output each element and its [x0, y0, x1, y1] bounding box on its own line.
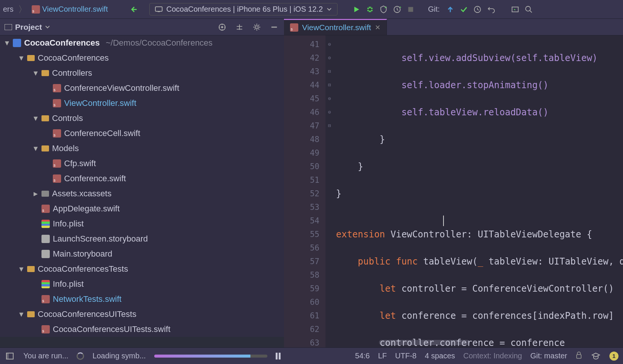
- expand-all-icon[interactable]: [234, 22, 245, 32]
- tree-label: ConferenceViewController.swift: [64, 83, 179, 93]
- svg-rect-6: [512, 7, 519, 12]
- close-icon[interactable]: ✕: [375, 23, 381, 32]
- tree-label: ViewController.swift: [64, 98, 137, 108]
- tree-file[interactable]: ▸ s CocoaConferencesUITests.swift: [0, 322, 284, 337]
- breadcrumb-file-label: ViewController.swift: [42, 5, 108, 14]
- search-icon[interactable]: [523, 4, 534, 15]
- gear-icon[interactable]: [252, 22, 262, 32]
- profile-icon[interactable]: [392, 4, 402, 15]
- run-configuration-selector[interactable]: CocoaConferences | iPhone 6s Plus | iOS …: [149, 3, 338, 15]
- status-run-message[interactable]: You are run...: [23, 352, 68, 360]
- run-anything-icon[interactable]: [510, 4, 520, 15]
- cursor-position[interactable]: 54:6: [355, 352, 370, 360]
- chevron-right-icon[interactable]: ▸: [32, 191, 38, 197]
- coverage-icon[interactable]: [378, 4, 389, 15]
- chevron-down-icon[interactable]: ▾: [32, 115, 38, 121]
- tree-folder[interactable]: ▾ Controls: [0, 111, 284, 126]
- swift-file-icon: s: [53, 84, 61, 92]
- code-editor[interactable]: 4142434445464748495051525354555657585960…: [284, 35, 623, 347]
- spinner-icon: [77, 352, 84, 360]
- tree-folder[interactable]: ▾ CocoaConferencesTests: [0, 262, 284, 277]
- svg-point-7: [526, 6, 531, 11]
- tree-folder[interactable]: ▾ Controllers: [0, 66, 284, 81]
- folder-icon: [27, 55, 35, 61]
- git-branch[interactable]: Git: master: [530, 352, 567, 360]
- tree-file[interactable]: s ConferenceViewController.swift: [0, 81, 284, 96]
- code-line: conference = conferences[indexPath.row]: [396, 310, 614, 321]
- code-line: tableView: UITableView, didS: [483, 256, 623, 267]
- chevron-down-icon[interactable]: ▾: [18, 55, 24, 61]
- tree-file[interactable]: ▸ LaunchScreen.storyboard: [0, 231, 284, 246]
- svg-rect-4: [408, 7, 413, 12]
- git-rollback-icon[interactable]: [486, 4, 496, 15]
- device-icon: [155, 6, 163, 12]
- storyboard-file-icon: [41, 235, 50, 243]
- folder-icon: [41, 115, 49, 121]
- stop-icon[interactable]: [405, 4, 416, 15]
- tree-folder[interactable]: ▸ Assets.xcassets: [0, 186, 284, 201]
- indent-setting[interactable]: 4 spaces: [425, 352, 455, 360]
- tree-folder[interactable]: ▾ CocoaConferences: [0, 50, 284, 66]
- project-tree[interactable]: ▾ CocoaConferences ~/Demos/CocoaConferen…: [0, 35, 284, 337]
- folder-icon: [27, 266, 35, 272]
- chevron-down-icon[interactable]: ▾: [32, 70, 38, 76]
- tab-label: ViewController.swift: [302, 23, 371, 32]
- run-icon[interactable]: [351, 4, 362, 15]
- tree-file[interactable]: ▸ s AppDelegate.swift: [0, 201, 284, 216]
- chevron-down-icon[interactable]: ▾: [18, 311, 24, 317]
- svg-rect-8: [5, 24, 12, 30]
- line-separator[interactable]: LF: [378, 352, 387, 360]
- back-arrow-icon[interactable]: [129, 4, 140, 15]
- tree-folder[interactable]: ▾ CocoaConferencesUITests: [0, 307, 284, 322]
- chevron-down-icon[interactable]: ▾: [32, 145, 38, 151]
- tree-label: Conference.swift: [64, 174, 126, 184]
- notification-badge[interactable]: 1: [609, 352, 618, 361]
- tree-label: ConferenceCell.swift: [64, 128, 140, 138]
- horizontal-scrollbar[interactable]: [379, 340, 470, 345]
- code-line: }: [336, 160, 623, 173]
- pause-icon[interactable]: [276, 353, 281, 359]
- hide-icon[interactable]: [269, 22, 279, 32]
- tool-window-toggle-icon[interactable]: [5, 351, 15, 361]
- git-update-icon[interactable]: [445, 4, 456, 15]
- tree-file[interactable]: ▸ Info.plist: [0, 216, 284, 231]
- file-encoding[interactable]: UTF-8: [395, 352, 417, 360]
- tree-file[interactable]: s Conference.swift: [0, 171, 284, 186]
- chevron-down-icon[interactable]: [45, 25, 50, 29]
- tree-file[interactable]: s Cfp.swift: [0, 156, 284, 171]
- code-content[interactable]: self.view.addSubview(self.tableView) sel…: [334, 35, 623, 347]
- chevron-down-icon[interactable]: ▾: [4, 40, 10, 46]
- line-number-gutter[interactable]: 4142434445464748495051525354555657585960…: [284, 35, 325, 347]
- storyboard-file-icon: [41, 250, 50, 258]
- project-tool-header: Project: [0, 19, 284, 35]
- chevron-down-icon[interactable]: ▾: [18, 266, 24, 272]
- context-status[interactable]: Context: Indexing: [463, 352, 522, 360]
- tree-file[interactable]: ▸ Main.storyboard: [0, 246, 284, 262]
- breadcrumb-root[interactable]: ers: [3, 5, 14, 14]
- tree-label: Controls: [52, 113, 83, 123]
- breadcrumb-file[interactable]: s ViewController.swift: [32, 5, 108, 14]
- status-loading-message[interactable]: Loading symb...: [92, 352, 146, 360]
- tree-file[interactable]: s ConferenceCell.swift: [0, 126, 284, 141]
- git-history-icon[interactable]: [472, 4, 483, 15]
- editor-tab-active[interactable]: s ViewController.swift ✕: [284, 19, 387, 35]
- status-bar: You are run... Loading symb... 54:6 LF U…: [0, 347, 623, 364]
- ide-features-trainer-icon[interactable]: [591, 351, 601, 361]
- tree-file[interactable]: ▸ Info.plist: [0, 277, 284, 292]
- code-line: }: [336, 187, 623, 200]
- swift-file-icon: s: [41, 325, 50, 333]
- debug-icon[interactable]: [365, 4, 375, 15]
- progress-bar[interactable]: [154, 355, 267, 358]
- swift-file-icon: s: [32, 5, 40, 14]
- fold-gutter[interactable]: ⊖⊖⊟⊟⊖⊖⊟: [325, 35, 334, 347]
- git-commit-icon[interactable]: [459, 4, 469, 15]
- tree-root[interactable]: ▾ CocoaConferences ~/Demos/CocoaConferen…: [0, 35, 284, 50]
- tree-file-active[interactable]: s ViewController.swift: [0, 96, 284, 111]
- project-title[interactable]: Project: [15, 23, 42, 32]
- tree-folder[interactable]: ▾ Models: [0, 141, 284, 156]
- lock-icon[interactable]: [575, 351, 582, 361]
- tree-label: CocoaConferencesUITests: [38, 309, 137, 319]
- tree-file[interactable]: ▸ s NetworkTests.swift: [0, 292, 284, 307]
- select-opened-file-icon[interactable]: [217, 22, 227, 32]
- code-line: tableView(: [418, 256, 478, 267]
